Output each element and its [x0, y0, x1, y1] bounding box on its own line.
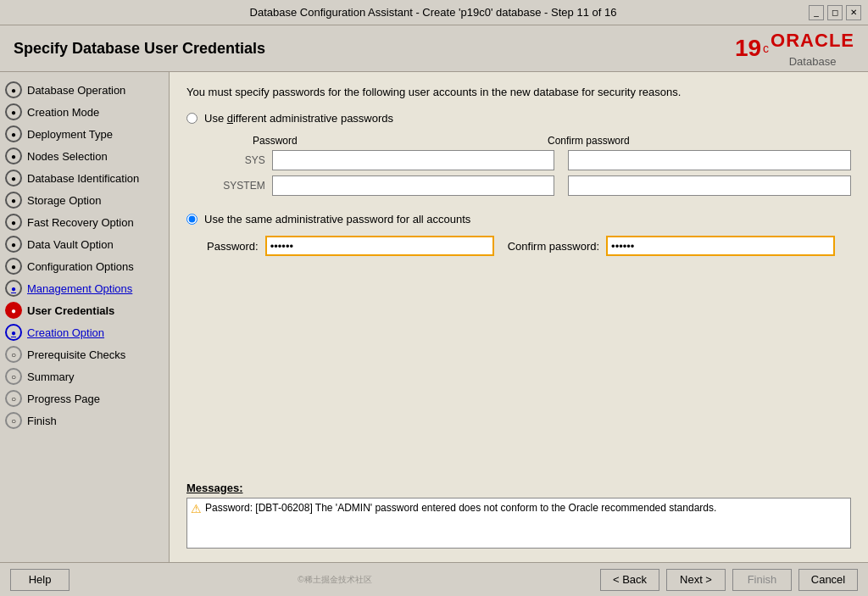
radio-different-input[interactable]	[186, 113, 198, 124]
radio-same-label[interactable]: Use the same administrative password for…	[204, 213, 470, 226]
sidebar-item-user-credentials: ● User Credentials	[0, 299, 169, 321]
oracle-version: 19	[735, 35, 761, 62]
finish-button[interactable]: Finish	[732, 569, 792, 591]
step-dot-database-operation: ●	[5, 81, 22, 98]
same-confirm-input[interactable]	[606, 236, 835, 256]
step-dot-storage-option: ●	[5, 192, 22, 209]
step-dot-summary: ○	[5, 368, 22, 385]
step-dot-finish: ○	[5, 412, 22, 429]
back-button[interactable]: < Back	[600, 569, 659, 591]
sidebar-item-finish: ○ Finish	[0, 409, 169, 432]
radio-same-section: Use the same administrative password for…	[186, 213, 851, 256]
sidebar-label-management-options: Management Options	[27, 282, 132, 295]
sidebar-label-fast-recovery-option: Fast Recovery Option	[27, 216, 134, 229]
step-dot-fast-recovery-option: ●	[5, 214, 22, 231]
messages-label: Messages:	[186, 482, 851, 494]
window-title: Database Configuration Assistant - Creat…	[58, 6, 809, 19]
step-dot-nodes-selection: ●	[5, 148, 22, 164]
sidebar-item-creation-mode: ● Creation Mode	[0, 101, 169, 123]
page-title: Specify Database User Credentials	[14, 40, 265, 58]
system-confirm-input[interactable]	[568, 175, 851, 196]
confirm-password-label: Confirm password:	[508, 240, 599, 253]
sidebar-label-progress-page: Progress Page	[27, 393, 100, 405]
sidebar-item-configuration-options: ● Configuration Options	[0, 255, 169, 277]
message-text: Password: [DBT-06208] The 'ADMIN' passwo…	[205, 502, 716, 514]
confirm-password-col-header: Confirm password	[548, 135, 836, 147]
close-button[interactable]: ✕	[846, 5, 861, 20]
password-col-header: Password	[253, 135, 541, 147]
step-dot-database-identification: ●	[5, 170, 22, 187]
sidebar-item-progress-page: ○ Progress Page	[0, 387, 169, 409]
password-headers: Password Confirm password	[253, 135, 851, 147]
radio-different-option[interactable]: Use different administrative passwords	[186, 112, 851, 125]
same-password-input[interactable]	[265, 236, 494, 256]
sidebar-item-prerequisite-checks: ○ Prerequisite Checks	[0, 343, 169, 365]
sidebar-item-deployment-type: ● Deployment Type	[0, 123, 169, 145]
radio-different-label[interactable]: Use different administrative passwords	[204, 112, 393, 125]
next-button[interactable]: Next >	[666, 569, 726, 591]
messages-section: Messages: ⚠ Password: [DBT-06208] The 'A…	[186, 468, 851, 549]
sidebar-item-fast-recovery-option: ● Fast Recovery Option	[0, 211, 169, 233]
window-controls[interactable]: _ ◻ ✕	[809, 5, 861, 20]
sidebar-item-management-options[interactable]: ● Management Options	[0, 277, 169, 299]
step-dot-creation-mode: ●	[5, 103, 22, 120]
password-label: Password:	[207, 240, 259, 253]
radio-same-option[interactable]: Use the same administrative password for…	[186, 213, 851, 226]
sys-password-input[interactable]	[272, 150, 555, 170]
step-dot-configuration-options: ●	[5, 258, 22, 275]
title-bar: Database Configuration Assistant - Creat…	[0, 0, 868, 25]
system-password-input[interactable]	[272, 175, 555, 196]
sidebar-label-prerequisite-checks: Prerequisite Checks	[27, 348, 125, 361]
step-dot-prerequisite-checks: ○	[5, 346, 22, 363]
oracle-logo: 19 c ORACLE Database	[735, 30, 854, 68]
step-dot-creation-option: ●	[5, 324, 22, 341]
sidebar-label-finish: Finish	[27, 415, 57, 427]
header: Specify Database User Credentials 19 c O…	[0, 25, 868, 72]
sidebar-label-creation-mode: Creation Mode	[27, 106, 99, 119]
sidebar-label-database-identification: Database Identification	[27, 172, 139, 185]
footer-right: < Back Next > Finish Cancel	[600, 569, 858, 591]
same-password-inline: Password: Confirm password:	[207, 236, 851, 256]
same-password-form: Password: Confirm password:	[207, 236, 851, 256]
content-area: ● Database Operation ● Creation Mode ● D…	[0, 72, 868, 562]
sidebar-label-nodes-selection: Nodes Selection	[27, 150, 108, 163]
system-label: SYSTEM	[207, 180, 265, 192]
sidebar: ● Database Operation ● Creation Mode ● D…	[0, 72, 170, 562]
footer-left: Help	[10, 569, 70, 591]
sidebar-label-deployment-type: Deployment Type	[27, 128, 113, 141]
step-dot-deployment-type: ●	[5, 125, 22, 142]
sys-label: SYS	[207, 154, 265, 166]
sidebar-label-user-credentials: User Credentials	[27, 304, 114, 317]
main-panel: You must specify passwords for the follo…	[170, 72, 868, 562]
oracle-product: Database	[789, 55, 837, 68]
system-credentials-row: SYSTEM	[207, 175, 851, 196]
sidebar-item-database-operation: ● Database Operation	[0, 79, 169, 101]
sidebar-label-data-vault-option: Data Vault Option	[27, 238, 114, 251]
sidebar-item-summary: ○ Summary	[0, 365, 169, 387]
sidebar-label-creation-option: Creation Option	[27, 326, 104, 339]
footer: Help ©稀土掘金技术社区 < Back Next > Finish Canc…	[0, 562, 868, 596]
help-button[interactable]: Help	[10, 569, 70, 591]
step-dot-management-options: ●	[5, 280, 22, 297]
warning-icon: ⚠	[191, 502, 202, 515]
watermark: ©稀土掘金技术社区	[298, 574, 371, 586]
sidebar-item-storage-option: ● Storage Option	[0, 189, 169, 211]
step-dot-user-credentials: ●	[5, 302, 22, 319]
sys-confirm-input[interactable]	[568, 150, 851, 170]
sidebar-item-nodes-selection: ● Nodes Selection	[0, 145, 169, 167]
radio-same-input[interactable]	[186, 214, 198, 225]
sidebar-item-data-vault-option: ● Data Vault Option	[0, 233, 169, 255]
sidebar-label-storage-option: Storage Option	[27, 194, 101, 207]
step-dot-data-vault-option: ●	[5, 236, 22, 253]
sys-credentials-row: SYS	[207, 150, 851, 170]
info-text: You must specify passwords for the follo…	[186, 86, 851, 98]
step-dot-progress-page: ○	[5, 390, 22, 407]
cancel-button[interactable]: Cancel	[798, 569, 858, 591]
minimize-button[interactable]: _	[809, 5, 824, 20]
sidebar-label-database-operation: Database Operation	[27, 84, 125, 97]
oracle-brand: ORACLE	[771, 30, 854, 52]
restore-button[interactable]: ◻	[827, 5, 843, 20]
messages-box: ⚠ Password: [DBT-06208] The 'ADMIN' pass…	[186, 498, 851, 549]
sidebar-item-creation-option[interactable]: ● Creation Option	[0, 321, 169, 343]
oracle-version-sup: c	[763, 42, 769, 55]
